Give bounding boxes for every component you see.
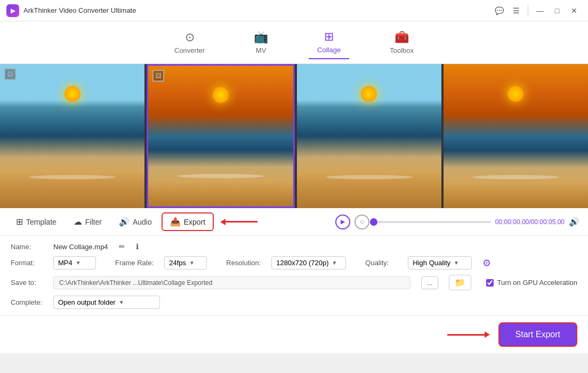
name-label: Name: (11, 243, 43, 251)
tab-toolbox[interactable]: 🧰 Toolbox (381, 26, 422, 59)
preview-area: 🖼 🖼 (0, 64, 588, 208)
quality-label: Quality: (365, 259, 397, 267)
format-select[interactable]: MP4 ▼ (53, 256, 96, 269)
export-label: Export (184, 218, 205, 226)
window-controls: 💬 ☰ — □ ✕ (492, 3, 582, 18)
beach-image-3 (297, 64, 441, 208)
complete-value: Open output folder (58, 298, 116, 306)
time-current: 00:00:00.00 (495, 218, 529, 226)
divider (528, 5, 528, 16)
gear-icon[interactable]: ⚙ (482, 257, 491, 269)
info-icon[interactable]: ℹ (136, 242, 139, 251)
filter-label: Filter (85, 218, 102, 226)
gpu-checkbox[interactable] (486, 279, 494, 287)
tab-toolbox-label: Toolbox (390, 46, 414, 54)
volume-icon[interactable]: 🔊 (569, 217, 579, 227)
complete-row: Complete: Open output folder ▼ (11, 296, 577, 309)
audio-icon: 🔊 (119, 217, 130, 227)
app-icon: ▶ (6, 4, 19, 17)
nav-bar: ⊙ Converter 📺 MV ⊞ Collage 🧰 Toolbox (0, 21, 588, 64)
save-row: Save to: C:\ArkThinker\ArkThinker ...Ult… (11, 275, 577, 290)
chat-button[interactable]: 💬 (492, 3, 506, 18)
preview-panel-2[interactable]: 🖼 (147, 64, 294, 208)
export-button[interactable]: 📤 Export (162, 212, 214, 231)
tab-mv-label: MV (256, 46, 267, 54)
quality-arrow: ▼ (454, 260, 459, 266)
tab-collage-label: Collage (317, 46, 341, 54)
format-row: Format: MP4 ▼ Frame Rate: 24fps ▼ Resolu… (11, 256, 577, 269)
app-title: ArkThinker Video Converter Ultimate (23, 6, 492, 14)
resolution-select[interactable]: 1280x720 (720p) ▼ (271, 256, 346, 269)
name-row: Name: New Collage.mp4 ✏ ℹ (11, 242, 577, 251)
maximize-button[interactable]: □ (550, 3, 565, 18)
export-icon: 📤 (170, 217, 181, 227)
tab-collage[interactable]: ⊞ Collage (309, 26, 349, 59)
collage-icon: ⊞ (324, 30, 334, 44)
playback-controls: ▶ ⊙ 00:00:00.00/00:00:05.00 🔊 (335, 215, 579, 229)
title-bar: ▶ ArkThinker Video Converter Ultimate 💬 … (0, 0, 588, 21)
format-arrow: ▼ (76, 260, 81, 266)
progress-track[interactable] (374, 221, 491, 223)
toolbar: ⊞ Template ☁ Filter 🔊 Audio 📤 Export ▶ ⊙… (0, 208, 588, 236)
quality-select[interactable]: High Quality ▼ (408, 256, 472, 269)
settings-area: Name: New Collage.mp4 ✏ ℹ Format: MP4 ▼ … (0, 236, 588, 316)
start-export-arrow-head (485, 331, 490, 338)
beach-image-1 (0, 64, 144, 208)
time-display: 00:00:00.00/00:00:05.00 (495, 218, 565, 226)
close-button[interactable]: ✕ (567, 3, 582, 18)
resolution-arrow: ▼ (332, 260, 337, 266)
template-button[interactable]: ⊞ Template (9, 213, 64, 230)
start-export-arrow (447, 331, 490, 338)
preview-panel-4[interactable] (444, 64, 588, 208)
framerate-arrow: ▼ (189, 260, 195, 266)
audio-button[interactable]: 🔊 Audio (111, 213, 159, 230)
complete-label: Complete: (11, 298, 43, 306)
save-label: Save to: (11, 279, 43, 287)
format-label: Format: (11, 259, 43, 267)
stop-button[interactable]: ⊙ (355, 215, 369, 229)
tab-mv[interactable]: 📺 MV (245, 26, 277, 59)
beach-image-2 (148, 66, 293, 207)
export-arrow-annotation (220, 219, 257, 225)
audio-label: Audio (133, 218, 152, 226)
folder-button[interactable]: 📁 (449, 275, 471, 290)
start-export-arrow-line (447, 334, 485, 336)
minimize-button[interactable]: — (533, 3, 547, 18)
arrow-line (225, 221, 257, 223)
tab-converter[interactable]: ⊙ Converter (166, 26, 213, 59)
resolution-label: Resolution: (226, 259, 261, 267)
arrow-head (220, 219, 225, 225)
browse-button[interactable]: ... (421, 276, 438, 289)
complete-select[interactable]: Open output folder ▼ (53, 296, 160, 309)
name-value: New Collage.mp4 (53, 243, 108, 251)
save-path: C:\ArkThinker\ArkThinker ...Ultimate\Col… (53, 276, 410, 289)
filter-button[interactable]: ☁ Filter (66, 213, 109, 230)
toolbox-icon: 🧰 (394, 30, 409, 44)
quality-value: High Quality (413, 259, 450, 267)
edit-icon[interactable]: ✏ (119, 242, 125, 251)
add-media-icon-2[interactable]: 🖼 (152, 70, 164, 82)
play-button[interactable]: ▶ (335, 215, 350, 229)
framerate-label: Frame Rate: (115, 259, 154, 267)
time-total: 00:00:05.00 (531, 218, 565, 226)
gpu-label: Turn on GPU Acceleration (497, 279, 577, 287)
progress-thumb[interactable] (370, 218, 377, 226)
resolution-value: 1280x720 (720p) (276, 259, 328, 267)
add-media-icon-1[interactable]: 🖼 (4, 68, 16, 80)
template-label: Template (26, 218, 57, 226)
complete-arrow: ▼ (119, 299, 124, 305)
converter-icon: ⊙ (185, 30, 195, 44)
mv-icon: 📺 (254, 30, 268, 44)
framerate-select[interactable]: 24fps ▼ (164, 256, 207, 269)
template-icon: ⊞ (16, 217, 23, 227)
gpu-checkbox-label[interactable]: Turn on GPU Acceleration (486, 279, 577, 287)
menu-button[interactable]: ☰ (509, 3, 523, 18)
tab-converter-label: Converter (174, 46, 205, 54)
preview-panel-1[interactable]: 🖼 (0, 64, 144, 208)
start-export-button[interactable]: Start Export (498, 322, 577, 347)
format-value: MP4 (58, 259, 73, 267)
preview-panel-3[interactable] (297, 64, 441, 208)
action-row: Start Export (0, 316, 588, 353)
filter-icon: ☁ (74, 217, 82, 227)
framerate-value: 24fps (169, 259, 186, 267)
